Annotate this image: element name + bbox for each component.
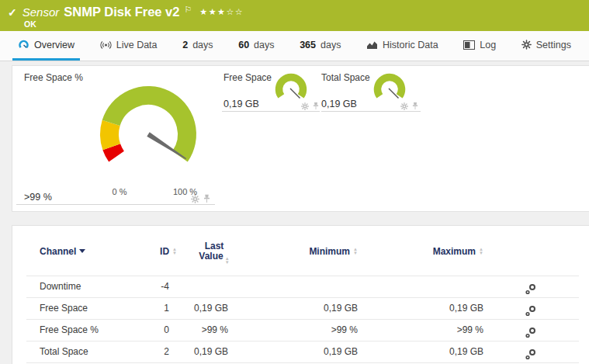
gear-icon[interactable] [400, 102, 408, 110]
tab-historic-data[interactable]: Historic Data [361, 31, 444, 61]
column-label: ID [160, 246, 169, 257]
pin-icon[interactable] [412, 102, 418, 110]
total-space-actions [400, 102, 418, 110]
channel-last-value: 0,19 GB [175, 341, 228, 362]
free-space-actions [301, 102, 319, 110]
column-label: Last Value [199, 241, 223, 262]
divider [222, 111, 320, 112]
column-header-channel[interactable]: Channel [40, 246, 85, 257]
live-data-icon [100, 40, 112, 50]
sort-icon [353, 246, 358, 255]
tab-60-days[interactable]: 60 days [233, 31, 279, 61]
divider [321, 111, 421, 112]
tab-label: Overview [34, 40, 74, 50]
channel-last-value: >99 % [175, 319, 228, 341]
tab-overview[interactable]: Overview [12, 31, 80, 61]
channel-id: 0 [121, 319, 169, 341]
table-row: Free Space 1 0,19 GB 0,19 GB 0,19 GB [12, 297, 589, 319]
sort-icon [172, 246, 177, 255]
channel-id: 2 [121, 341, 169, 362]
tab-live-data[interactable]: Live Data [95, 31, 163, 61]
tab-bar: Overview Live Data 2 days 60 days 365 da… [0, 31, 589, 61]
sort-icon [225, 255, 230, 264]
gear-icon[interactable] [191, 195, 199, 203]
priority-stars[interactable]: ★★★☆☆ [199, 7, 244, 17]
table-row: Free Space % 0 >99 % >99 % >99 % [12, 319, 589, 341]
ok-check-icon: ✓ [8, 6, 17, 19]
star-icon[interactable]: ★ [209, 7, 217, 16]
tab-label: days [254, 40, 274, 50]
sensor-status-header: ✓ Sensor SNMP Disk Free v2 ⚐ ★★★☆☆ OK [0, 0, 589, 31]
tab-label: Settings [536, 40, 571, 50]
sort-icon [479, 246, 483, 255]
channel-name: Total Space [40, 341, 88, 362]
overview-gauges-panel: Free Space % 0 % 100 % >99 % [12, 65, 589, 212]
gauge-icon [18, 40, 29, 50]
gear-icon[interactable] [301, 102, 309, 110]
channel-minimum: 0,19 GB [269, 297, 358, 319]
star-icon[interactable]: ★ [217, 7, 226, 16]
divider [26, 362, 579, 363]
gauge-scale-min: 0 % [104, 187, 135, 196]
column-label: Maximum [433, 246, 476, 257]
divider [16, 204, 215, 205]
column-header-last-value[interactable]: Last Value [192, 241, 236, 264]
gear-icon [521, 40, 532, 50]
total-space-gauge-title: Total Space [321, 72, 370, 83]
chevron-down-icon [79, 249, 85, 253]
tab-log[interactable]: Log [458, 31, 501, 61]
tab-label: days [192, 40, 213, 50]
column-header-id[interactable]: ID [121, 246, 177, 257]
tab-number: 60 [238, 40, 249, 50]
channel-minimum: 0,19 GB [269, 341, 358, 362]
tab-label: Log [480, 40, 496, 50]
object-kind-label: Sensor [23, 5, 60, 19]
tab-2-days[interactable]: 2 days [177, 31, 218, 61]
column-label: Minimum [309, 246, 350, 257]
channel-maximum: >99 % [393, 319, 483, 341]
channels-table-panel: Channel ID Last Value Minimum Maximum Do… [12, 225, 589, 364]
pin-icon[interactable] [203, 194, 210, 203]
tab-number: 2 [182, 40, 188, 50]
channel-settings-icon[interactable] [525, 346, 536, 364]
area-chart-icon [366, 40, 378, 50]
total-space-value: 0,19 GB [321, 99, 357, 109]
sensor-title: SNMP Disk Free v2 [64, 5, 179, 19]
channel-id: -4 [121, 276, 169, 297]
table-row: Total Space 2 0,19 GB 0,19 GB 0,19 GB [12, 341, 589, 362]
channel-name: Downtime [40, 276, 81, 297]
tab-number: 365 [300, 40, 316, 50]
tab-label: Live Data [116, 40, 158, 50]
channel-minimum: >99 % [269, 319, 358, 341]
tab-label: days [320, 40, 341, 50]
main-gauge-value: >99 % [24, 192, 52, 203]
log-icon [463, 40, 475, 50]
column-label: Channel [40, 246, 76, 257]
main-gauge-actions [191, 194, 210, 203]
status-badge: OK [24, 19, 36, 29]
tab-365-days[interactable]: 365 days [294, 31, 346, 61]
free-space-value: 0,19 GB [223, 99, 259, 109]
flag-icon[interactable]: ⚐ [184, 5, 192, 15]
pin-icon[interactable] [313, 102, 319, 110]
table-row: Downtime -4 [12, 276, 589, 297]
tab-settings[interactable]: Settings [516, 31, 577, 61]
channel-name: Free Space % [40, 319, 99, 341]
channel-maximum: 0,19 GB [393, 297, 483, 319]
star-icon[interactable]: ☆ [235, 7, 244, 16]
free-space-gauge-title: Free Space [223, 72, 272, 83]
star-icon[interactable]: ☆ [226, 7, 234, 16]
channel-maximum: 0,19 GB [393, 341, 483, 362]
prtg-sensor-page: ✓ Sensor SNMP Disk Free v2 ⚐ ★★★☆☆ OK Ov… [0, 0, 589, 364]
tab-label: Historic Data [383, 40, 438, 50]
free-space-percent-gauge [71, 74, 226, 186]
channel-id: 1 [121, 297, 169, 319]
column-header-minimum[interactable]: Minimum [296, 246, 358, 257]
column-header-maximum[interactable]: Maximum [421, 246, 483, 257]
channel-name: Free Space [40, 297, 88, 319]
channel-last-value: 0,19 GB [175, 297, 228, 319]
star-icon[interactable]: ★ [199, 7, 208, 16]
